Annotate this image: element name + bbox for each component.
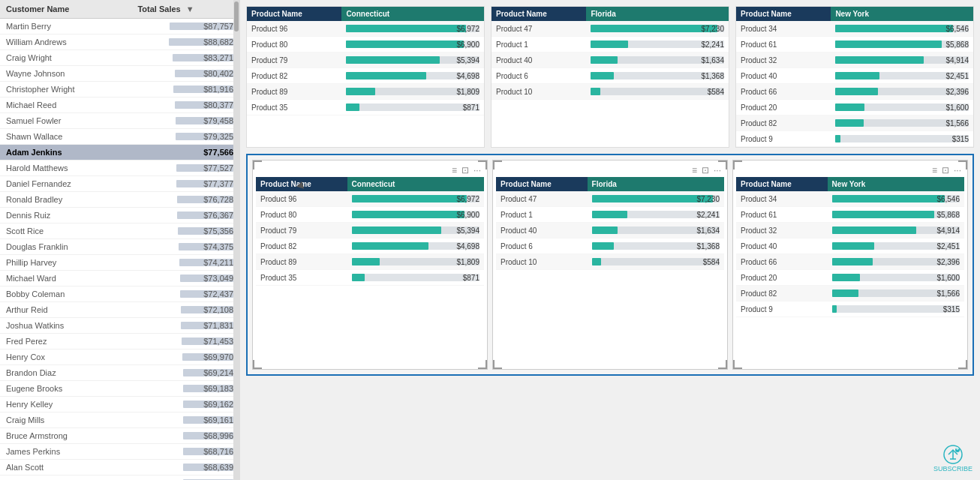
value-cell: $1,634 (588, 223, 724, 238)
list-item: Product 47$7,230 (496, 191, 724, 207)
corner-mark-br (718, 360, 727, 369)
subscribe-button[interactable]: SUBSCRIBE (933, 444, 972, 472)
customer-name-cell: James Perkins (0, 444, 131, 460)
table-row[interactable]: Adam Jenkins$77,566 (0, 145, 239, 160)
value-cell: $5,394 (347, 223, 484, 238)
value-cell: $5,394 (341, 52, 484, 68)
product-name-header: Product Name (736, 7, 831, 21)
value-cell: $1,368 (586, 68, 729, 84)
table-row[interactable]: William Andrews$88,682 (0, 34, 239, 50)
table-row[interactable]: Wayne Johnson$80,402 (0, 66, 239, 82)
value-cell: $2,241 (588, 207, 724, 223)
table-row[interactable]: Alan Scott$68,639 (0, 460, 239, 476)
scrollbar[interactable] (233, 0, 239, 480)
chart-toolbar: ≡⊡··· (256, 164, 484, 177)
menu-icon[interactable]: ≡ (932, 165, 937, 176)
list-item: Product 79$5,394 (247, 52, 484, 68)
list-item: Product 6$1,368 (492, 68, 729, 84)
customer-name-cell: Wayne Johnson (0, 66, 131, 82)
customer-sales-cell: $69,161 (131, 412, 239, 428)
corner-mark-br (958, 360, 967, 369)
table-row[interactable]: Joshua Watkins$71,831 (0, 318, 239, 334)
table-row[interactable]: Samuel Fowler$79,458 (0, 113, 239, 129)
table-row[interactable]: Henry Kelley$69,162 (0, 397, 239, 412)
expand-icon[interactable]: ⊡ (702, 165, 709, 176)
table-row[interactable]: James Perkins$68,716 (0, 444, 239, 460)
value-cell: $315 (828, 302, 964, 317)
table-row[interactable]: Shawn Wallace$79,325 (0, 129, 239, 145)
scroll-thumb (234, 2, 239, 32)
table-row[interactable]: Stephen Reynolds$68,479 (0, 476, 239, 481)
table-row[interactable]: Henry Cox$69,970 (0, 350, 239, 365)
product-name-cell: Product 96 (247, 21, 341, 37)
product-name-cell: Product 6 (492, 68, 586, 84)
list-item: Product 82$4,698 (256, 238, 484, 254)
more-icon[interactable]: ··· (714, 165, 721, 176)
table-row[interactable]: Scott Rice$75,356 (0, 224, 239, 239)
customer-sales-cell: $75,356 (131, 224, 239, 239)
table-row[interactable]: Christopher Wright$81,916 (0, 82, 239, 98)
table-row[interactable]: Craig Wright$83,271 (0, 50, 239, 66)
chart-table: Product NameNew YorkProduct 34$6,546Prod… (736, 7, 973, 147)
value-cell: $1,634 (586, 52, 729, 68)
list-item: Product 32$4,914 (736, 223, 964, 238)
list-item: Product 47$7,230 (492, 21, 729, 37)
table-row[interactable]: Brandon Diaz$69,214 (0, 365, 239, 381)
product-name-cell: Product 47 (492, 21, 586, 37)
table-row[interactable]: Craig Mills$69,161 (0, 412, 239, 428)
more-icon[interactable]: ··· (954, 165, 961, 176)
value-cell: $7,230 (588, 191, 724, 207)
customer-sales-cell: $73,049 (131, 271, 239, 286)
menu-icon[interactable]: ≡ (452, 165, 457, 176)
table-row[interactable]: Dennis Ruiz$76,367 (0, 208, 239, 224)
product-name-header: Product Name (492, 7, 586, 21)
value-cell: $6,546 (828, 191, 964, 207)
expand-icon[interactable]: ⊡ (942, 165, 949, 176)
selection-box: ≡⊡···Product NameConnecticutProduct 96$6… (246, 154, 974, 376)
product-name-cell: Product 9 (736, 131, 831, 147)
table-row[interactable]: Daniel Fernandez$77,377 (0, 176, 239, 192)
customer-name-cell: Stephen Reynolds (0, 476, 131, 481)
total-sales-header[interactable]: Total Sales ▼ (131, 0, 239, 19)
table-row[interactable]: Ronald Bradley$76,728 (0, 192, 239, 208)
customer-name-cell: Arthur Reid (0, 302, 131, 318)
table-row[interactable]: Michael Reed$80,377 (0, 98, 239, 113)
list-item: Product 20$1,600 (736, 270, 964, 286)
bottom-chart-card: ≡⊡···Product NameNew YorkProduct 34$6,54… (732, 160, 968, 370)
table-row[interactable]: Douglas Franklin$74,375 (0, 239, 239, 255)
customer-name-cell: Scott Rice (0, 224, 131, 239)
list-item: Product 80$6,900 (247, 37, 484, 52)
list-item: Product 35$871 (247, 100, 484, 116)
product-name-cell: Product 80 (256, 207, 347, 223)
table-row[interactable]: Harold Matthews$77,527 (0, 160, 239, 176)
customer-sales-cell: $80,402 (131, 66, 239, 82)
menu-icon[interactable]: ≡ (692, 165, 697, 176)
corner-mark-bl (253, 360, 262, 369)
list-item: Product 34$6,546 (736, 21, 973, 37)
customer-sales-cell: $79,458 (131, 113, 239, 129)
customer-sales-cell: $77,377 (131, 176, 239, 192)
corner-mark-bl (733, 360, 742, 369)
customer-name-cell: Douglas Franklin (0, 239, 131, 255)
customer-sales-cell: $81,916 (131, 82, 239, 98)
table-row[interactable]: Phillip Harvey$74,211 (0, 255, 239, 271)
customer-sales-cell: $69,214 (131, 365, 239, 381)
value-cell: $1,368 (588, 238, 724, 254)
sort-arrow-icon: ▼ (186, 4, 194, 14)
table-row[interactable]: Martin Berry$87,757 (0, 19, 239, 34)
expand-icon[interactable]: ⊡ (461, 165, 469, 176)
value-cell: $4,698 (347, 238, 484, 254)
value-cell: $6,546 (831, 21, 973, 37)
table-row[interactable]: Eugene Brooks$69,183 (0, 381, 239, 397)
value-cell: $2,396 (828, 254, 964, 270)
list-item: Product 96$6,972 (256, 191, 484, 207)
table-row[interactable]: Michael Ward$73,049 (0, 271, 239, 286)
product-name-cell: Product 32 (736, 223, 828, 238)
table-row[interactable]: Arthur Reid$72,108 (0, 302, 239, 318)
more-icon[interactable]: ··· (473, 165, 481, 176)
product-name-header: Product Name (736, 177, 828, 191)
table-row[interactable]: Bruce Armstrong$68,996 (0, 428, 239, 444)
table-row[interactable]: Bobby Coleman$72,437 (0, 286, 239, 302)
customer-sales-cell: $87,757 (131, 19, 239, 34)
table-row[interactable]: Fred Perez$71,453 (0, 334, 239, 350)
